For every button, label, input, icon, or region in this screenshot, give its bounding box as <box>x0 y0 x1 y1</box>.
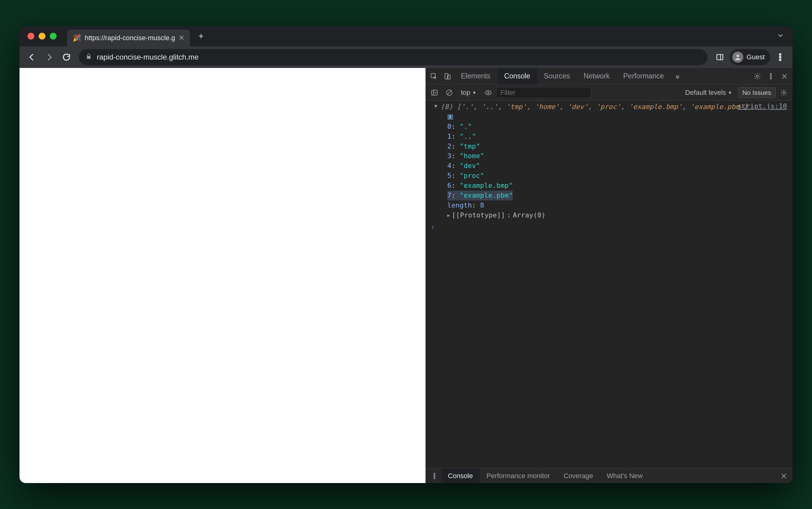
browser-toolbar: rapid-concise-muscle.glitch.me Guest <box>20 46 792 68</box>
clear-console-icon[interactable] <box>442 86 456 99</box>
execution-context-selector[interactable]: top ▼ <box>457 89 480 97</box>
expand-arrow-icon[interactable] <box>447 212 450 218</box>
kebab-menu-button[interactable] <box>773 50 787 65</box>
console-prompt[interactable]: › <box>426 222 793 232</box>
tab-strip: 🎉 https://rapid-concise-muscle.g ✕ + <box>20 26 792 46</box>
tabs-menu-button[interactable] <box>776 32 784 41</box>
array-item-row[interactable]: 4: "dev" <box>447 161 788 171</box>
array-item-row[interactable]: 2: "tmp" <box>447 141 788 151</box>
levels-label: Default levels <box>685 89 726 97</box>
svg-point-21 <box>434 477 435 479</box>
svg-point-4 <box>780 57 781 58</box>
prototype-label: [[Prototype]] <box>452 210 505 220</box>
drawer-tab-performance-monitor[interactable]: Performance monitor <box>479 469 557 483</box>
log-levels-selector[interactable]: Default levels ▼ <box>681 89 737 97</box>
console-log-entry[interactable]: (8) ['.', '..', 'tmp', 'home', 'dev', 'p… <box>426 102 793 220</box>
array-item-row[interactable]: 1: ".." <box>447 132 788 141</box>
chevron-down-icon: ▼ <box>472 90 476 95</box>
devtools-kebab-icon[interactable] <box>764 69 778 83</box>
close-tab-icon[interactable]: ✕ <box>179 34 184 42</box>
prototype-value: Array(0) <box>513 210 545 220</box>
devtools-panel: ElementsConsoleSourcesNetworkPerformance <box>426 68 793 483</box>
svg-point-12 <box>770 78 772 79</box>
context-label: top <box>461 89 471 97</box>
devtools-tab-bar: ElementsConsoleSourcesNetworkPerformance <box>426 68 793 84</box>
drawer-close-icon[interactable] <box>777 469 791 483</box>
svg-point-20 <box>434 475 435 477</box>
browser-window: 🎉 https://rapid-concise-muscle.g ✕ + rap… <box>20 26 792 483</box>
devtools-tab-performance[interactable]: Performance <box>617 68 671 84</box>
drawer-tab-coverage[interactable]: Coverage <box>557 469 600 483</box>
browser-tab[interactable]: 🎉 https://rapid-concise-muscle.g ✕ <box>67 30 190 46</box>
svg-line-16 <box>447 91 451 95</box>
devtools-tab-console[interactable]: Console <box>497 68 537 84</box>
more-tabs-icon[interactable] <box>671 69 684 83</box>
drawer-kebab-icon[interactable] <box>428 469 441 483</box>
svg-point-18 <box>783 92 785 94</box>
profile-label: Guest <box>746 53 765 61</box>
new-tab-button[interactable]: + <box>195 30 207 42</box>
device-toolbar-icon[interactable] <box>441 69 454 83</box>
svg-point-3 <box>780 54 781 55</box>
drawer-tab-console[interactable]: Console <box>441 469 480 483</box>
array-item-row[interactable]: 0: "." <box>447 122 788 132</box>
array-item-row[interactable]: 5: "proc" <box>447 171 788 181</box>
close-window-button[interactable] <box>28 33 34 39</box>
svg-point-9 <box>756 75 758 77</box>
devtools-tab-elements[interactable]: Elements <box>454 68 498 84</box>
devtools-close-icon[interactable] <box>778 69 791 83</box>
devtools-tab-sources[interactable]: Sources <box>537 68 577 84</box>
page-viewport[interactable] <box>20 68 426 483</box>
svg-point-5 <box>780 59 781 61</box>
avatar-icon <box>732 52 743 63</box>
tab-title: https://rapid-concise-muscle.g <box>85 34 175 42</box>
svg-rect-13 <box>432 90 437 95</box>
address-bar[interactable]: rapid-concise-muscle.glitch.me <box>79 49 708 65</box>
array-item-row[interactable]: 7: "example.pbm" <box>447 191 513 200</box>
live-expression-icon[interactable] <box>481 86 495 99</box>
url-text: rapid-concise-muscle.glitch.me <box>97 53 198 62</box>
devtools-drawer: ConsolePerformance monitorCoverageWhat's… <box>426 468 793 483</box>
chevron-down-icon: ▼ <box>728 90 732 95</box>
svg-point-19 <box>434 473 435 474</box>
inspect-element-icon[interactable] <box>427 69 441 83</box>
lock-icon[interactable] <box>86 53 92 62</box>
tab-favicon: 🎉 <box>73 34 81 42</box>
length-value: 8 <box>480 201 484 209</box>
svg-point-11 <box>770 76 772 77</box>
svg-point-10 <box>770 73 772 75</box>
array-item-row[interactable]: 6: "example.bmp" <box>447 181 788 191</box>
reload-button[interactable] <box>59 50 74 65</box>
svg-point-17 <box>487 92 489 94</box>
drawer-tab-what-s-new[interactable]: What's New <box>600 469 650 483</box>
profile-button[interactable]: Guest <box>730 49 770 65</box>
console-filter-input[interactable] <box>496 87 591 98</box>
svg-rect-0 <box>717 54 723 60</box>
back-button[interactable] <box>25 50 39 65</box>
devtools-settings-icon[interactable] <box>750 69 764 83</box>
array-preview[interactable]: (8) ['.', '..', 'tmp', 'home', 'dev', 'p… <box>441 103 748 110</box>
issues-button[interactable]: No Issues <box>738 88 776 98</box>
prototype-row[interactable]: [[Prototype]]: Array(0) <box>441 210 788 220</box>
forward-button[interactable] <box>42 50 57 65</box>
side-panel-button[interactable] <box>712 50 727 65</box>
devtools-tab-network[interactable]: Network <box>577 68 616 84</box>
console-settings-icon[interactable] <box>777 86 791 99</box>
info-icon[interactable]: i <box>447 114 453 120</box>
expand-arrow-icon[interactable] <box>434 103 438 110</box>
console-sidebar-toggle-icon[interactable] <box>428 86 441 99</box>
maximize-window-button[interactable] <box>50 33 57 39</box>
window-controls <box>28 33 57 39</box>
console-output[interactable]: script.js:10 (8) ['.', '..', 'tmp', 'hom… <box>426 101 793 468</box>
console-toolbar: top ▼ Default levels ▼ No Issues <box>426 84 793 101</box>
content-area: ElementsConsoleSourcesNetworkPerformance <box>20 68 792 483</box>
minimize-window-button[interactable] <box>39 33 45 39</box>
array-item-row[interactable]: 3: "home" <box>447 151 788 161</box>
length-label: length <box>447 201 472 209</box>
svg-point-2 <box>737 54 739 57</box>
